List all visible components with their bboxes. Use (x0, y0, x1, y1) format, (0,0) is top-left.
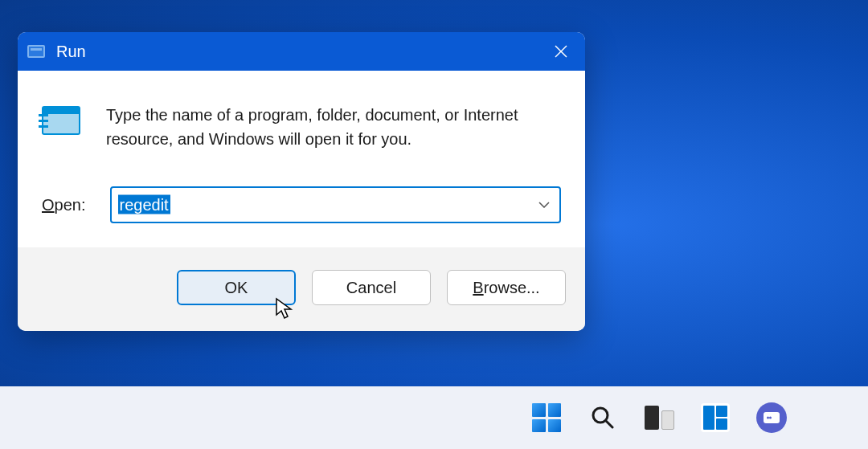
cancel-button[interactable]: Cancel (312, 270, 431, 305)
ok-button[interactable]: OK (177, 270, 296, 305)
widgets-button[interactable] (699, 402, 731, 434)
desktop-background: Run Type the name of a program, folder, … (0, 0, 868, 449)
search-button[interactable] (587, 402, 619, 434)
open-combobox[interactable]: regedit (110, 186, 562, 223)
svg-line-3 (606, 421, 612, 427)
dialog-title: Run (56, 43, 86, 61)
open-input[interactable] (110, 186, 562, 223)
close-button[interactable] (537, 32, 585, 71)
chat-button[interactable] (755, 402, 788, 434)
close-icon (554, 44, 568, 59)
titlebar[interactable]: Run (18, 32, 585, 71)
search-icon (590, 405, 616, 431)
widgets-icon (701, 403, 730, 432)
taskbar (0, 386, 868, 449)
start-button[interactable] (530, 402, 563, 434)
run-dialog: Run Type the name of a program, folder, … (18, 32, 585, 331)
run-titlebar-icon (27, 45, 45, 58)
dialog-body: Type the name of a program, folder, docu… (18, 71, 585, 247)
chat-icon (756, 402, 787, 433)
open-label: Open: (42, 196, 86, 214)
dialog-description: Type the name of a program, folder, docu… (106, 103, 561, 151)
taskview-button[interactable] (643, 402, 675, 434)
run-app-icon (42, 106, 87, 141)
taskview-icon (645, 406, 674, 430)
windows-logo-icon (532, 403, 561, 432)
browse-button[interactable]: Browse... (447, 270, 566, 305)
dialog-footer: OK Cancel Browse... (18, 247, 585, 331)
